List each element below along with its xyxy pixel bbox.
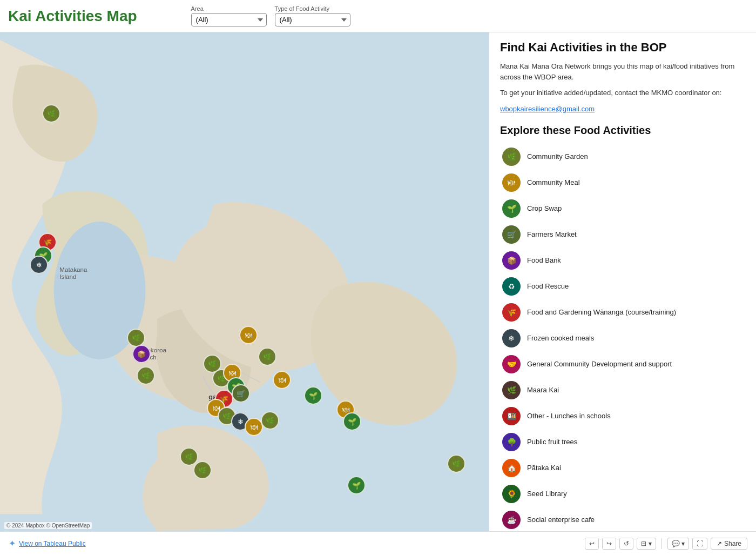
activity-icon-general-community: 🤝 [502,355,521,373]
map-pin-6[interactable]: 🌿 [137,366,155,385]
activity-label-food-gardening-wananga: Food and Gardening Wānanga (course/train… [527,308,676,316]
filter-group: Area (All) Type of Food Activity (All) [191,5,350,26]
activity-label-frozen-cooked-meals: Frozen cooked meals [527,334,594,342]
type-filter: Type of Food Activity (All) [275,5,350,26]
map-pin-5[interactable]: 📦 [132,345,151,363]
map-pin-23[interactable]: 🌱 [343,412,361,431]
explore-heading: Explore these Food Activities [500,124,745,137]
header: Kai Activities Map Area (All) Type of Fo… [0,0,756,32]
type-filter-label: Type of Food Activity [275,5,330,12]
main-content: Matakana Island Ömokoroa Beach ga 🌿🌾🌱❄🌿📦… [0,32,756,531]
activity-label-community-garden: Community Garden [527,152,588,161]
activity-icon-public-fruit-trees: 🌳 [502,433,521,451]
area-select[interactable]: (All) [191,13,267,26]
activity-icon-other-lunches: 🍱 [502,407,521,425]
activity-icon-food-bank: 📦 [502,251,521,270]
map-pin-24[interactable]: 🌿 [180,447,198,466]
share-label: Share [724,540,741,547]
activity-item-general-community[interactable]: 🤝General Community Development and suppo… [500,352,745,377]
activity-item-food-rescue[interactable]: ♻Food Rescue [500,274,745,299]
svg-text:Matakana: Matakana [59,266,87,273]
activity-item-farmers-market[interactable]: 🛒Farmers Market [500,222,745,247]
activity-icon-seed-library: 🌻 [502,485,521,503]
footer-left: ✦ View on Tableau Public [9,538,86,549]
page-title: Kai Activities Map [8,8,137,25]
activity-label-other-lunches: Other - Lunches in schools [527,412,611,420]
sidebar-email[interactable]: wbopkairesilience@gmail.com [500,105,595,113]
sidebar-desc2: To get your initiative added/updated, co… [500,88,745,98]
activity-item-other-lunches[interactable]: 🍱Other - Lunches in schools [500,404,745,429]
activity-item-food-bank[interactable]: 📦Food Bank [500,248,745,273]
area-filter: Area (All) [191,5,267,26]
map-pin-8[interactable]: 🌿 [258,347,276,366]
map-pin-13[interactable]: 🛒 [232,384,250,403]
activity-icon-community-garden: 🌿 [502,148,521,166]
activity-icon-maara-kai: 🌿 [502,381,521,399]
map-pin-26[interactable]: 🌱 [347,476,366,494]
fullscreen-button[interactable]: ⛶ [692,538,707,550]
activity-item-crop-swap[interactable]: 🌱Crop Swap [500,196,745,221]
map-pin-7[interactable]: 🍽 [239,326,258,344]
activity-item-seed-library[interactable]: 🌻Seed Library [500,482,745,506]
sidebar-heading: Find Kai Activities in the BOP [500,41,745,55]
map-pin-19[interactable]: 🌿 [261,411,279,430]
activity-label-community-meal: Community Meal [527,178,580,186]
activity-label-maara-kai: Maara Kai [527,386,559,394]
activity-icon-farmers-market: 🛒 [502,225,521,244]
activity-label-crop-swap: Crop Swap [527,204,562,212]
map-copyright: © 2024 Mapbox © OpenStreetMap [4,522,92,529]
share-icon: ↗ [717,540,722,547]
activity-icon-crop-swap: 🌱 [502,199,521,218]
map-pin-27[interactable]: 🌿 [447,454,465,473]
activity-icon-social-enterprise: ☕ [502,511,521,529]
revert-button[interactable]: ↺ [619,538,633,550]
activity-item-food-gardening-wananga[interactable]: 🌾Food and Gardening Wānanga (course/trai… [500,300,745,325]
footer-divider [662,538,662,549]
activity-item-pataka-kai[interactable]: 🏠Pātaka Kai [500,456,745,480]
activity-label-farmers-market: Farmers Market [527,230,577,238]
activity-label-general-community: General Community Development and suppor… [527,360,672,368]
activity-item-frozen-cooked-meals[interactable]: ❄Frozen cooked meals [500,326,745,351]
activity-icon-frozen-cooked-meals: ❄ [502,329,521,347]
map-pin-0[interactable]: 🌿 [42,104,60,123]
tableau-link[interactable]: View on Tableau Public [19,540,86,547]
activity-item-social-enterprise[interactable]: ☕Social enterprise cafe [500,507,745,531]
footer: ✦ View on Tableau Public ↩ ↪ ↺ ⊟ ▾ 💬 ▾ ⛶… [0,531,756,555]
activity-icon-food-rescue: ♻ [502,277,521,296]
activity-list: 🌿Community Garden🍽Community Meal🌱Crop Sw… [500,144,745,531]
sidebar: Find Kai Activities in the BOP Mana Kai … [489,32,756,531]
activity-item-public-fruit-trees[interactable]: 🌳Public fruit trees [500,430,745,454]
map-container[interactable]: Matakana Island Ömokoroa Beach ga 🌿🌾🌱❄🌿📦… [0,32,489,531]
activity-item-maara-kai[interactable]: 🌿Maara Kai [500,378,745,403]
map-pin-18[interactable]: 🍽 [245,418,263,436]
type-select[interactable]: (All) [275,13,350,26]
redo-button[interactable]: ↪ [602,538,616,550]
activity-label-pataka-kai: Pātaka Kai [527,464,561,472]
activity-icon-pataka-kai: 🏠 [502,459,521,477]
activity-item-community-meal[interactable]: 🍽Community Meal [500,170,745,195]
comment-button[interactable]: 💬 ▾ [667,538,689,550]
activity-icon-food-gardening-wananga: 🌾 [502,303,521,322]
activity-label-food-bank: Food Bank [527,256,561,264]
activity-label-food-rescue: Food Rescue [527,282,569,290]
map-pin-25[interactable]: 🌿 [193,461,212,479]
area-filter-label: Area [191,5,204,12]
map-pin-20[interactable]: 🍽 [273,371,291,389]
activity-item-community-garden[interactable]: 🌿Community Garden [500,144,745,169]
map-pin-3[interactable]: ❄ [30,256,48,274]
activity-label-public-fruit-trees: Public fruit trees [527,438,577,446]
layout-button[interactable]: ⊟ ▾ [637,538,656,550]
map-pin-4[interactable]: 🌿 [127,329,145,347]
undo-button[interactable]: ↩ [585,538,599,550]
tableau-icon: ✦ [9,538,16,549]
footer-right: ↩ ↪ ↺ ⊟ ▾ 💬 ▾ ⛶ ↗ Share [585,538,747,550]
activity-label-seed-library: Seed Library [527,490,567,498]
sidebar-desc1: Mana Kai Mana Ora Network brings you thi… [500,61,745,82]
activity-icon-community-meal: 🍽 [502,173,521,192]
svg-text:Island: Island [59,273,76,280]
share-button[interactable]: ↗ Share [711,538,747,550]
activity-label-social-enterprise: Social enterprise cafe [527,516,595,524]
map-pin-21[interactable]: 🌱 [304,386,322,405]
